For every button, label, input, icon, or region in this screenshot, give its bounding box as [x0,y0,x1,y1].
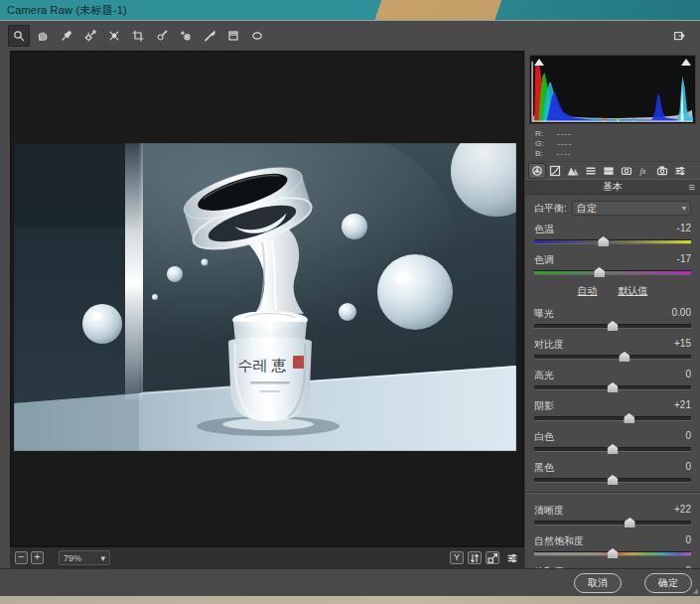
zoom-level-select[interactable]: 79% ▾ [59,550,110,565]
slider-label-contrast: 对比度 [534,338,564,352]
slider-label-exposure: 曝光 [534,307,554,321]
slider-thumb-whites[interactable] [608,444,619,454]
slider-tint: 色调-17 [534,253,691,275]
slider-labels: 曝光0.00 [534,307,691,321]
desktop-background [0,596,700,604]
default-link[interactable]: 默认值 [618,285,647,296]
white-balance-value: 自定 [577,202,597,216]
slider-thumb-blacks[interactable] [608,475,619,485]
hand-tool[interactable] [32,25,54,47]
shadow-clipping-warning[interactable] [534,59,544,66]
panel-header: 基本 ≡ [525,179,700,195]
dialog-footer: 取消 确定 ◢ [0,568,700,596]
slider-label-highlights: 高光 [534,369,554,382]
auto-link[interactable]: 自动 [578,285,598,296]
slider-thumb-exposure[interactable] [608,321,619,331]
adjustment-brush-tool[interactable] [199,25,220,47]
radial-filter-tool[interactable] [246,25,268,47]
histogram [529,55,696,124]
tab-hsl[interactable] [582,163,600,179]
slider-track-whites[interactable] [534,447,691,452]
slider-track-shadows[interactable] [534,416,691,421]
red-eye-tool[interactable] [175,25,197,47]
white-balance-select[interactable]: 自定 ▾ [572,201,691,216]
tab-camera-calibration[interactable] [653,163,671,179]
spot-removal-tool[interactable] [151,25,173,47]
slider-blacks: 黑色0 [534,461,691,483]
slider-label-blacks: 黑色 [534,461,554,475]
resize-grip[interactable]: ◢ [693,587,698,595]
tab-split-toning[interactable] [600,163,618,179]
slider-track-highlights[interactable] [534,385,691,390]
slider-track-blacks[interactable] [534,478,691,483]
slider-value-clarity: +22 [674,504,691,518]
cancel-button[interactable]: 取消 [574,573,622,593]
slider-value-vibrance: 0 [685,534,691,548]
slider-value-whites: 0 [685,430,691,444]
title-bar[interactable]: Camera Raw (未标题-1) [0,0,700,20]
panel-menu-icon[interactable]: ≡ [689,181,695,193]
slider-track-vibrance[interactable] [534,551,691,556]
slider-track-exposure[interactable] [534,324,691,329]
slider-thumb-highlights[interactable] [608,382,619,392]
graduated-filter-tool[interactable] [222,25,244,47]
slider-value-temperature: -12 [677,223,691,236]
targeted-adjustment-tool[interactable] [103,25,125,47]
slider-value-highlights: 0 [685,369,691,382]
tab-detail[interactable] [564,163,582,179]
slider-thumb-temperature[interactable] [598,236,609,246]
zoom-in-button[interactable]: + [31,551,44,564]
slider-thumb-vibrance[interactable] [608,548,619,558]
slider-value-contrast: +15 [674,338,691,352]
slider-track-tint[interactable] [534,270,691,275]
jar-label-text: 수레 恵 [237,357,286,374]
preview-copy-settings-button[interactable] [486,551,499,564]
preview-swap-button[interactable] [468,551,482,564]
slider-track-temperature[interactable] [534,239,691,244]
preview-menu-button[interactable] [505,551,519,564]
window-title: Camera Raw (未标题-1) [7,3,127,18]
canvas-footer: − + 79% ▾ Y [10,546,524,568]
slider-exposure: 曝光0.00 [534,307,691,329]
crop-tool[interactable] [127,25,149,47]
rgb-value: ---- [557,129,572,139]
slider-track-clarity[interactable] [534,521,691,526]
slider-thumb-shadows[interactable] [624,413,634,423]
slider-value-exposure: 0.00 [672,307,691,321]
preview-current-button[interactable]: Y [450,551,464,564]
tab-presets[interactable] [671,163,689,179]
chevron-down-icon: ▾ [100,553,105,563]
jar-red-seal [293,356,304,369]
slider-labels: 黑色0 [534,461,691,475]
tab-lens-corrections[interactable] [618,163,635,179]
slider-value-tint: -17 [677,253,691,267]
preview-area: 수레 恵 [10,51,524,568]
tab-tone-curve[interactable] [546,163,564,179]
ok-button[interactable]: 确定 [644,573,692,593]
slider-track-contrast[interactable] [534,355,691,360]
slider-highlights: 高光0 [534,369,691,390]
preview-image[interactable]: 수레 恵 [14,143,516,451]
white-balance-label: 白平衡: [534,202,567,216]
slider-thumb-contrast[interactable] [619,352,630,362]
slider-labels: 阴影+21 [534,399,691,413]
slider-thumb-tint[interactable] [594,267,605,277]
rgb-label: R: [535,129,543,139]
zoom-out-button[interactable]: − [15,551,28,564]
color-sampler-tool[interactable] [79,25,101,47]
tab-effects[interactable]: fx [635,163,653,179]
white-balance-tool[interactable] [56,25,77,47]
zoom-tool[interactable] [8,25,30,47]
rgb-row-r: R:---- [535,129,700,139]
slider-value-blacks: 0 [685,461,691,475]
slider-label-whites: 白色 [534,430,554,444]
image-canvas[interactable]: 수레 恵 [10,51,524,546]
rgb-label: B: [535,149,543,159]
fullscreen-toggle[interactable] [668,25,690,47]
basic-panel: 白平衡: 自定 ▾ 色温-12色调-17 自动 默认值 曝光0.00对比度+15… [525,195,700,568]
toolbar [0,21,700,51]
highlight-clipping-warning[interactable] [681,59,691,66]
slider-thumb-clarity[interactable] [625,518,635,528]
panel-header-title: 基本 [603,180,623,194]
tab-basic[interactable] [528,163,546,179]
